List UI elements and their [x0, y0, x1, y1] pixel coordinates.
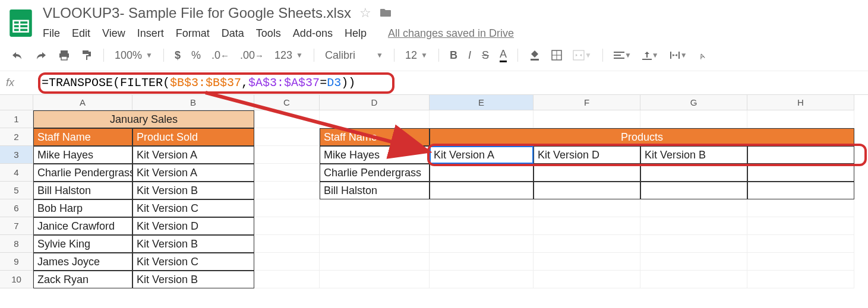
- cell-G1[interactable]: [640, 110, 747, 128]
- col-header-F[interactable]: F: [534, 95, 640, 110]
- col-header-D[interactable]: D: [320, 95, 430, 110]
- cell-C4[interactable]: [254, 164, 320, 182]
- font-size-dropdown[interactable]: 12▼: [402, 47, 431, 64]
- merge-cells-icon[interactable]: ▼: [569, 47, 595, 63]
- cell-F10[interactable]: [534, 271, 640, 288]
- cell-D1[interactable]: [320, 110, 430, 128]
- cell-E2H2[interactable]: Products: [430, 128, 854, 146]
- select-all-corner[interactable]: [0, 95, 33, 110]
- cell-C3[interactable]: [254, 146, 320, 164]
- row-header-3[interactable]: 3: [0, 146, 33, 164]
- paint-format-icon[interactable]: [77, 47, 96, 63]
- star-icon[interactable]: ☆: [359, 5, 371, 21]
- cell-G4[interactable]: [640, 164, 747, 182]
- row-header-9[interactable]: 9: [0, 253, 33, 271]
- text-wrap-icon[interactable]: ▼: [666, 48, 691, 62]
- italic-icon[interactable]: I: [465, 47, 475, 64]
- col-header-B[interactable]: B: [132, 95, 254, 110]
- cell-B6[interactable]: Kit Version C: [132, 199, 254, 217]
- cell-G6[interactable]: [640, 199, 747, 217]
- vertical-align-icon[interactable]: ▼: [639, 48, 662, 62]
- cell-D3[interactable]: Mike Hayes: [320, 146, 430, 164]
- cell-E1[interactable]: [430, 110, 534, 128]
- cell-F3[interactable]: Kit Version D: [534, 146, 640, 164]
- horizontal-align-icon[interactable]: ▼: [610, 49, 635, 62]
- cell-A8[interactable]: Sylvie King: [33, 235, 132, 253]
- menu-format[interactable]: Format: [176, 27, 210, 40]
- cell-E7[interactable]: [430, 217, 534, 235]
- cell-H9[interactable]: [747, 253, 854, 271]
- cell-B8[interactable]: Kit Version B: [132, 235, 254, 253]
- cell-H3[interactable]: [747, 146, 854, 164]
- cell-E10[interactable]: [430, 271, 534, 288]
- cell-H7[interactable]: [747, 217, 854, 235]
- cell-C5[interactable]: [254, 182, 320, 199]
- menu-view[interactable]: View: [102, 27, 125, 40]
- print-icon[interactable]: [55, 47, 74, 63]
- text-rotation-icon[interactable]: A: [695, 47, 712, 63]
- menu-insert[interactable]: Insert: [137, 27, 164, 40]
- cell-C7[interactable]: [254, 217, 320, 235]
- cell-D7[interactable]: [320, 217, 430, 235]
- cell-B9[interactable]: Kit Version C: [132, 253, 254, 271]
- cell-B4[interactable]: Kit Version A: [132, 164, 254, 182]
- menu-addons[interactable]: Add-ons: [293, 27, 333, 40]
- col-header-C[interactable]: C: [254, 95, 320, 110]
- fill-color-icon[interactable]: [525, 47, 544, 63]
- cell-G5[interactable]: [640, 182, 747, 199]
- menu-help[interactable]: Help: [345, 27, 367, 40]
- font-dropdown[interactable]: Calibri▼: [321, 47, 387, 64]
- cell-F9[interactable]: [534, 253, 640, 271]
- cell-G7[interactable]: [640, 217, 747, 235]
- cell-H6[interactable]: [747, 199, 854, 217]
- col-header-G[interactable]: G: [640, 95, 747, 110]
- percent-icon[interactable]: %: [188, 47, 204, 64]
- cell-B5[interactable]: Kit Version B: [132, 182, 254, 199]
- formula-input[interactable]: =TRANSPOSE(FILTER( $B$3:$B$37 , $A$3:$A$…: [36, 74, 361, 92]
- cell-H4[interactable]: [747, 164, 854, 182]
- currency-icon[interactable]: $: [171, 47, 184, 64]
- decrease-decimal-icon[interactable]: .0←: [208, 47, 233, 64]
- cell-C9[interactable]: [254, 253, 320, 271]
- row-header-10[interactable]: 10: [0, 271, 33, 288]
- cell-A9[interactable]: James Joyce: [33, 253, 132, 271]
- cell-A4[interactable]: Charlie Pendergrass: [33, 164, 132, 182]
- cell-C6[interactable]: [254, 199, 320, 217]
- cell-E4[interactable]: [430, 164, 534, 182]
- cell-F4[interactable]: [534, 164, 640, 182]
- row-header-5[interactable]: 5: [0, 182, 33, 199]
- row-header-8[interactable]: 8: [0, 235, 33, 253]
- increase-decimal-icon[interactable]: .00→: [236, 47, 267, 64]
- row-header-7[interactable]: 7: [0, 217, 33, 235]
- menu-edit[interactable]: Edit: [72, 27, 90, 40]
- folder-icon[interactable]: [380, 5, 392, 21]
- row-header-1[interactable]: 1: [0, 110, 33, 128]
- cell-E5[interactable]: [430, 182, 534, 199]
- cell-A3[interactable]: Mike Hayes: [33, 146, 132, 164]
- row-header-6[interactable]: 6: [0, 199, 33, 217]
- col-header-A[interactable]: A: [33, 95, 132, 110]
- cell-C1[interactable]: [254, 110, 320, 128]
- cell-C8[interactable]: [254, 235, 320, 253]
- bold-icon[interactable]: B: [446, 47, 461, 64]
- cell-H10[interactable]: [747, 271, 854, 288]
- cell-D8[interactable]: [320, 235, 430, 253]
- cell-D6[interactable]: [320, 199, 430, 217]
- cell-A10[interactable]: Zack Ryan: [33, 271, 132, 288]
- cell-A7[interactable]: Janice Crawford: [33, 217, 132, 235]
- cell-D10[interactable]: [320, 271, 430, 288]
- zoom-dropdown[interactable]: 100%▼: [111, 47, 156, 64]
- cell-G9[interactable]: [640, 253, 747, 271]
- cell-B3[interactable]: Kit Version A: [132, 146, 254, 164]
- cell-C10[interactable]: [254, 271, 320, 288]
- cell-C2[interactable]: [254, 128, 320, 146]
- cell-area[interactable]: January Sales Staff Name Product Sold St…: [33, 110, 868, 288]
- cell-B10[interactable]: Kit Version B: [132, 271, 254, 288]
- col-header-H[interactable]: H: [747, 95, 854, 110]
- cell-E9[interactable]: [430, 253, 534, 271]
- undo-icon[interactable]: [7, 47, 27, 63]
- cell-D2[interactable]: Staff Name: [320, 128, 430, 146]
- cell-F5[interactable]: [534, 182, 640, 199]
- cell-A6[interactable]: Bob Harp: [33, 199, 132, 217]
- row-header-2[interactable]: 2: [0, 128, 33, 146]
